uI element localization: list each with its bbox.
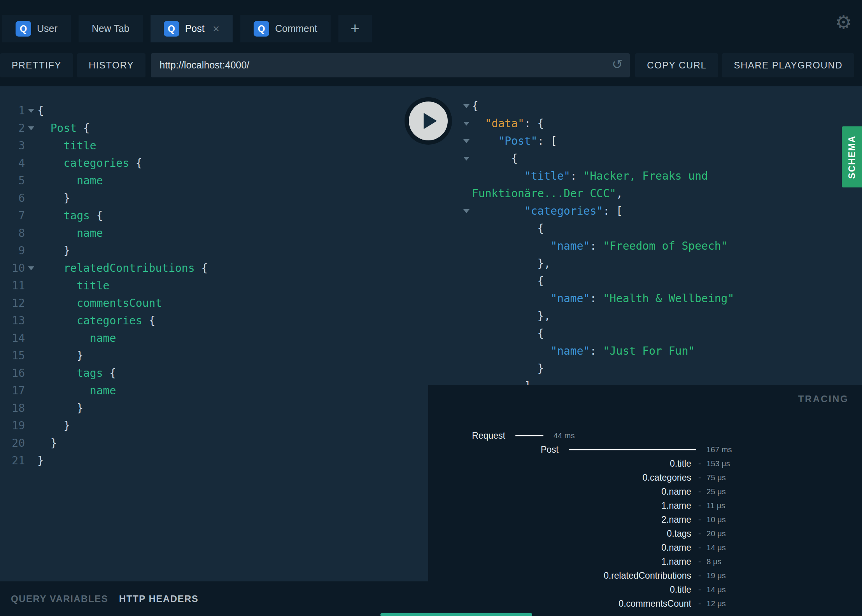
fold-caret-icon[interactable] [25, 119, 37, 137]
response-line: "name": "Just For Fun" [428, 342, 862, 360]
code-text: } [37, 452, 44, 469]
settings-gear-icon[interactable]: ⚙ [835, 13, 852, 32]
tracing-duration-value: 75 μs [706, 473, 725, 482]
fold-caret-icon[interactable] [25, 102, 37, 119]
copy-curl-button[interactable]: COPY CURL [635, 53, 718, 77]
tab-new-tab[interactable]: New Tab [79, 15, 143, 42]
tracing-row-label: 0.name [428, 486, 691, 497]
fold-caret-icon[interactable] [461, 132, 472, 150]
code-token: { [538, 222, 544, 235]
reload-icon[interactable]: ↺ [612, 56, 623, 72]
tracing-row: 0.relatedContributions-19 μs [428, 569, 862, 583]
line-number: 15 [0, 347, 25, 364]
execute-query-button[interactable] [405, 97, 452, 145]
tracing-dash: - [698, 458, 701, 469]
query-editor-pane[interactable]: 1{2Post {3title4categories {5name6}7tags… [0, 86, 428, 616]
tracing-rows: Request44 msPost167 ms0.title-153 μs0.ca… [428, 429, 862, 611]
fold-caret-icon[interactable] [25, 259, 37, 277]
code-token: { [129, 157, 142, 170]
tracing-dash: - [698, 556, 701, 567]
code-text: title [37, 277, 109, 294]
code-token: } [63, 244, 70, 257]
fold-gutter [461, 360, 472, 377]
query-line: 20} [0, 434, 428, 452]
code-token: , [616, 187, 623, 200]
code-text: { [37, 102, 44, 119]
code-token: name [90, 332, 116, 345]
code-token: { [77, 122, 90, 135]
tracing-row-label: 0.title [428, 458, 691, 469]
response-line: "Post": [ [428, 132, 862, 150]
code-token: "Freedom of Speech" [603, 240, 727, 252]
tracing-row: 0.name-14 μs [428, 541, 862, 555]
response-pane[interactable]: {"data": {"Post": [{"title": "Hacker, Fr… [428, 86, 862, 385]
line-number: 11 [0, 277, 25, 294]
fold-caret-icon[interactable] [461, 97, 472, 115]
line-number: 14 [0, 329, 25, 347]
fold-gutter [25, 172, 37, 189]
tab-comment[interactable]: QComment [240, 15, 330, 42]
new-tab-button[interactable]: + [338, 15, 372, 42]
tracing-row: Request44 ms [428, 429, 862, 443]
code-text: relatedContributions { [37, 259, 208, 277]
code-text: }, [472, 255, 550, 272]
query-line: 9} [0, 242, 428, 259]
fold-gutter [25, 382, 37, 399]
code-text: title [37, 137, 96, 154]
fold-caret-icon[interactable] [461, 150, 472, 167]
fold-gutter [461, 255, 472, 272]
query-variables-tab[interactable]: QUERY VARIABLES [11, 593, 108, 604]
query-line: 13categories { [0, 312, 428, 329]
tracing-duration-value: 167 ms [706, 445, 732, 454]
schema-sidebar-tab[interactable]: SCHEMA [842, 126, 862, 187]
response-line: { [428, 220, 862, 237]
code-text: { [472, 272, 544, 290]
tracing-duration-value: 11 μs [706, 501, 725, 510]
code-token: "categories" [524, 205, 603, 217]
code-token: "Just For Fun" [603, 345, 695, 357]
http-headers-tab[interactable]: HTTP HEADERS [119, 593, 198, 604]
tracing-duration-value: 10 μs [706, 515, 725, 524]
tracing-dash: - [698, 542, 701, 553]
query-line: 11title [0, 277, 428, 294]
prettify-button[interactable]: PRETTIFY [0, 53, 73, 77]
code-text: "data": { [472, 115, 544, 132]
tab-user[interactable]: QUser [2, 15, 71, 42]
tracing-row: 0.title-14 μs [428, 583, 862, 597]
code-text: tags { [37, 207, 103, 224]
fold-gutter [25, 137, 37, 154]
line-number: 13 [0, 312, 25, 329]
query-line: 4categories { [0, 154, 428, 172]
share-playground-button[interactable]: SHARE PLAYGROUND [722, 53, 854, 77]
query-editor[interactable]: 1{2Post {3title4categories {5name6}7tags… [0, 86, 428, 469]
query-line: 17name [0, 382, 428, 399]
fold-caret-icon[interactable] [461, 202, 472, 220]
code-text: name [37, 224, 103, 242]
code-text: } [37, 347, 83, 364]
tracing-duration-value: 44 ms [554, 431, 575, 440]
fold-caret-icon[interactable] [461, 115, 472, 132]
code-text: } [37, 189, 70, 207]
close-tab-icon[interactable]: × [213, 23, 220, 35]
code-token: : [590, 345, 603, 357]
tracing-duration-value: 8 μs [706, 557, 721, 566]
tracing-row: Post167 ms [428, 443, 862, 457]
response-viewer: {"data": {"Post": [{"title": "Hacker, Fr… [428, 86, 862, 385]
line-number: 8 [0, 224, 25, 242]
query-line: 3title [0, 137, 428, 154]
code-text: "name": "Freedom of Speech" [472, 237, 727, 255]
code-token: "title" [524, 170, 570, 182]
code-token: { [538, 275, 544, 287]
code-token: Funktionäre...Der CCC" [472, 187, 616, 200]
tab-post[interactable]: QPost× [151, 15, 233, 42]
fold-gutter [25, 417, 37, 434]
endpoint-url-input[interactable] [151, 53, 630, 77]
line-number: 16 [0, 364, 25, 382]
fold-gutter [25, 329, 37, 347]
tracing-row-label: 2.name [428, 514, 691, 525]
fold-gutter [461, 167, 472, 185]
code-text: }, [472, 307, 550, 325]
history-button[interactable]: HISTORY [77, 53, 145, 77]
code-token: { [195, 262, 208, 275]
tracing-row-label: 0.name [428, 542, 691, 553]
